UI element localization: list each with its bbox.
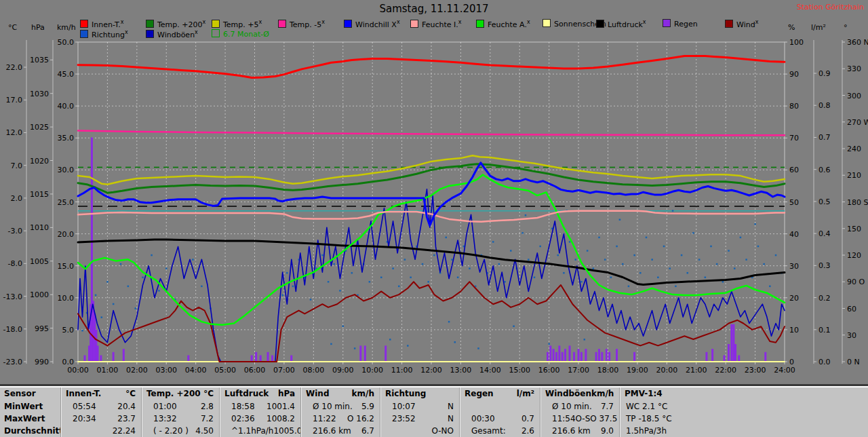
stats-column-name: Wind bbox=[306, 387, 329, 400]
svg-text:24:00: 24:00 bbox=[774, 366, 795, 375]
svg-text:2.0: 2.0 bbox=[11, 194, 23, 203]
svg-text:-8.0: -8.0 bbox=[8, 259, 22, 268]
svg-text:210: 210 bbox=[847, 171, 861, 180]
stats-avg-value: 4.50 bbox=[195, 425, 214, 437]
stats-max-value: 0.7 bbox=[521, 413, 534, 425]
svg-text:17:00: 17:00 bbox=[568, 366, 589, 375]
svg-text:12.0: 12.0 bbox=[6, 128, 23, 137]
svg-text:5.0: 5.0 bbox=[62, 326, 75, 335]
svg-text:05:00: 05:00 bbox=[214, 366, 236, 375]
stats-max-time: 11:54 bbox=[552, 413, 576, 425]
svg-text:22:00: 22:00 bbox=[715, 366, 736, 375]
svg-text:-23.0: -23.0 bbox=[3, 358, 22, 366]
stats-column-windböen: Windböenkm/hØ 10 min.7.711:54O-SO 37.521… bbox=[540, 387, 619, 437]
svg-text:13:00: 13:00 bbox=[450, 366, 472, 375]
stats-max-time: 11:22 bbox=[313, 413, 336, 425]
svg-text:16:00: 16:00 bbox=[538, 366, 560, 375]
stats-avg-time: 216.6 km bbox=[313, 425, 351, 437]
stats-max-time: 20:34 bbox=[73, 413, 96, 425]
stats-column-name: Innen-T. bbox=[66, 387, 101, 400]
stats-column-name: Windböen bbox=[545, 387, 591, 400]
stats-avg-time: 1.5hPa/3h bbox=[626, 425, 667, 437]
stats-avg-value: 22.24 bbox=[113, 425, 136, 437]
svg-text:20: 20 bbox=[789, 294, 799, 303]
svg-text:120: 120 bbox=[847, 251, 861, 260]
svg-text:40: 40 bbox=[789, 230, 799, 239]
svg-text:00:00: 00:00 bbox=[67, 366, 89, 375]
svg-text:02:00: 02:00 bbox=[126, 366, 148, 375]
svg-text:0.4: 0.4 bbox=[818, 229, 831, 238]
stats-column-unit: km/h bbox=[591, 387, 614, 400]
svg-text:17.0: 17.0 bbox=[6, 96, 23, 104]
svg-text:04:00: 04:00 bbox=[185, 366, 207, 375]
svg-text:1010: 1010 bbox=[30, 223, 49, 232]
svg-text:0.5: 0.5 bbox=[818, 197, 831, 206]
svg-text:50.0: 50.0 bbox=[58, 38, 75, 47]
stats-min-time: 01:00 bbox=[153, 400, 177, 413]
svg-text:60: 60 bbox=[789, 166, 799, 174]
stats-min-time: Ø 10 min. bbox=[552, 400, 592, 413]
svg-text:150: 150 bbox=[847, 225, 861, 233]
stats-max-time: 02:36 bbox=[231, 413, 255, 425]
stats-max-time: 00:30 bbox=[471, 413, 495, 425]
stats-column-luftdruck: LuftdruckhPa18:581001.402:361008.2^1.1hP… bbox=[219, 387, 300, 437]
svg-text:50: 50 bbox=[789, 198, 799, 207]
svg-text:07:00: 07:00 bbox=[273, 366, 295, 375]
stats-max-time: 23:52 bbox=[392, 413, 416, 425]
svg-text:15.0: 15.0 bbox=[58, 262, 75, 271]
svg-text:990: 990 bbox=[35, 358, 49, 366]
svg-text:1005: 1005 bbox=[30, 257, 49, 266]
stats-avg-value: 9.0 bbox=[601, 425, 614, 437]
svg-text:240: 240 bbox=[847, 145, 861, 153]
svg-text:30: 30 bbox=[789, 262, 799, 271]
svg-text:21:00: 21:00 bbox=[686, 366, 707, 375]
stats-avg-value: 2.6 bbox=[521, 425, 534, 437]
svg-text:1000: 1000 bbox=[30, 290, 49, 299]
svg-text:0.3: 0.3 bbox=[818, 261, 831, 270]
svg-text:01:00: 01:00 bbox=[97, 366, 119, 375]
svg-text:995: 995 bbox=[35, 324, 49, 333]
svg-text:45.0: 45.0 bbox=[58, 70, 75, 79]
stats-min-value: N bbox=[448, 400, 454, 413]
svg-text:1015: 1015 bbox=[30, 190, 49, 199]
stats-column-name: Regen bbox=[465, 387, 494, 400]
svg-text:25.0: 25.0 bbox=[58, 198, 75, 207]
stats-max-time: TP -18.5 °C bbox=[626, 413, 672, 425]
stats-column-innen-t-: Innen-T.°C05:5420.420:3423.722.24 bbox=[60, 387, 141, 437]
stats-avg-value: O-NO bbox=[431, 425, 454, 437]
stats-column: SensorMinWertMaxWertDurchschnitt bbox=[0, 387, 60, 437]
svg-text:0.2: 0.2 bbox=[818, 294, 831, 303]
stats-row-label: Durchschnitt bbox=[4, 425, 60, 437]
stats-column-unit: °C bbox=[203, 387, 214, 400]
svg-text:06:00: 06:00 bbox=[244, 366, 266, 375]
svg-text:0 N: 0 N bbox=[847, 358, 860, 366]
stats-max-value: 7.2 bbox=[201, 413, 214, 425]
stats-min-time: 18:58 bbox=[231, 400, 255, 413]
svg-text:10.0: 10.0 bbox=[58, 294, 75, 303]
stats-max-value: 23.7 bbox=[117, 413, 136, 425]
svg-text:90: 90 bbox=[789, 70, 799, 79]
svg-text:0.6: 0.6 bbox=[818, 166, 831, 174]
svg-text:35.0: 35.0 bbox=[58, 134, 75, 142]
svg-text:0.1: 0.1 bbox=[818, 326, 831, 335]
stats-column-unit: °C bbox=[125, 387, 136, 400]
stats-avg-time: Gesamt: bbox=[471, 425, 506, 437]
weather-app-screen: Samstag, 11.11.2017 Station Göritzhain I… bbox=[0, 0, 868, 437]
stats-column-name: Richtung bbox=[385, 387, 426, 400]
svg-text:300: 300 bbox=[847, 92, 861, 100]
stats-avg-time: ^1.1hPa/h bbox=[231, 425, 273, 437]
stats-column-unit: l/m² bbox=[517, 387, 534, 400]
svg-text:0.0: 0.0 bbox=[818, 358, 831, 366]
stats-column-unit: km/h bbox=[352, 387, 374, 400]
stats-max-time: 13:32 bbox=[153, 413, 177, 425]
svg-text:10: 10 bbox=[789, 326, 799, 335]
stats-avg-value: 1005.0 bbox=[273, 425, 300, 437]
stats-row-label: Sensor bbox=[4, 387, 36, 400]
svg-text:0.7: 0.7 bbox=[818, 133, 831, 142]
svg-text:10:00: 10:00 bbox=[361, 366, 383, 375]
svg-text:-18.0: -18.0 bbox=[3, 325, 22, 334]
svg-text:1025: 1025 bbox=[30, 123, 49, 132]
svg-text:60: 60 bbox=[847, 305, 856, 314]
svg-text:23:00: 23:00 bbox=[745, 366, 766, 375]
svg-text:20:00: 20:00 bbox=[656, 366, 677, 375]
